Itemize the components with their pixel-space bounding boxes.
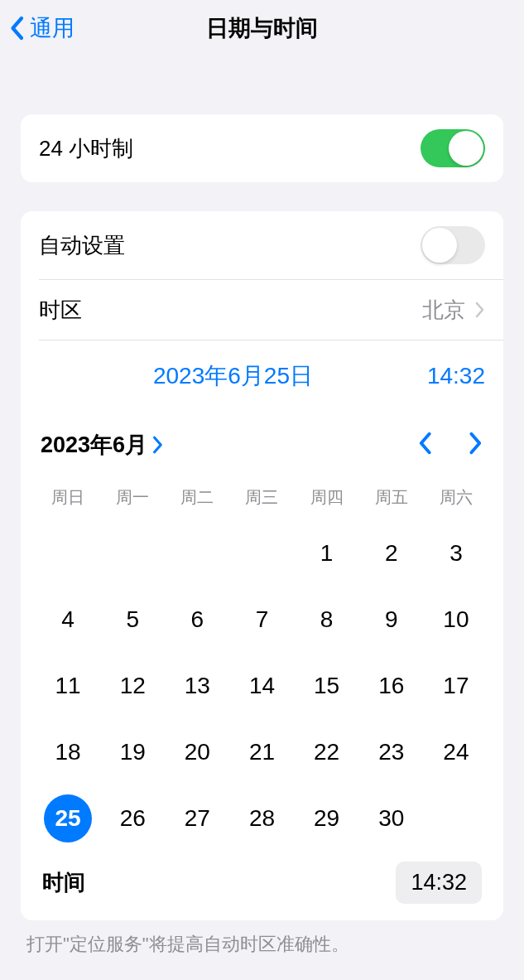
calendar-day-empty <box>165 520 229 587</box>
calendar-day[interactable]: 7 <box>229 587 294 653</box>
calendar-day[interactable]: 25 <box>36 785 100 852</box>
calendar-day[interactable]: 8 <box>295 587 359 653</box>
calendar-day[interactable]: 4 <box>36 587 100 653</box>
chevron-right-icon <box>152 436 164 454</box>
calendar-day[interactable]: 12 <box>100 653 165 719</box>
calendar-day[interactable]: 3 <box>424 520 488 587</box>
auto-set-toggle[interactable] <box>421 226 485 264</box>
calendar-day[interactable]: 13 <box>165 653 229 719</box>
weekday-header: 周三 <box>229 481 294 514</box>
time-label: 时间 <box>42 868 85 897</box>
calendar-day[interactable]: 19 <box>100 719 165 785</box>
calendar-day[interactable]: 5 <box>100 587 165 653</box>
time-picker[interactable]: 14:32 <box>396 862 482 904</box>
weekday-header: 周日 <box>36 481 100 514</box>
calendar-day[interactable]: 24 <box>424 719 488 785</box>
time-format-label: 24 小时制 <box>39 134 133 163</box>
calendar-day[interactable]: 6 <box>165 587 229 653</box>
calendar-day[interactable]: 21 <box>229 719 294 785</box>
weekday-header: 周二 <box>165 481 229 514</box>
calendar-day[interactable]: 28 <box>229 785 294 852</box>
calendar-day[interactable]: 26 <box>100 785 165 852</box>
calendar-day[interactable]: 27 <box>165 785 229 852</box>
back-label: 通用 <box>30 13 75 43</box>
auto-set-label: 自动设置 <box>39 231 125 260</box>
timezone-label: 时区 <box>39 296 82 325</box>
calendar-day[interactable]: 17 <box>424 653 488 719</box>
month-label: 2023年6月 <box>41 430 147 460</box>
selected-time-display[interactable]: 14:32 <box>427 363 485 389</box>
chevron-right-icon <box>469 432 483 455</box>
calendar-day[interactable]: 2 <box>359 520 424 587</box>
datetime-display-row: 2023年6月25日 14:32 <box>21 340 503 407</box>
calendar-day-empty <box>229 520 294 587</box>
next-month-button[interactable] <box>469 432 483 458</box>
calendar-day[interactable]: 23 <box>359 719 424 785</box>
calendar-day[interactable]: 30 <box>359 785 424 852</box>
calendar-day[interactable]: 10 <box>424 587 488 653</box>
calendar-day[interactable]: 16 <box>359 653 424 719</box>
chevron-left-icon <box>417 432 432 455</box>
chevron-right-icon <box>475 302 485 318</box>
calendar-day-empty <box>36 520 100 587</box>
weekday-header: 周一 <box>100 481 165 514</box>
calendar-day[interactable]: 9 <box>359 587 424 653</box>
timezone-row[interactable]: 时区 北京 <box>21 280 503 340</box>
auto-set-row: 自动设置 <box>21 211 503 279</box>
footer-note: 打开"定位服务"将提高自动时区准确性。 <box>26 932 498 957</box>
chevron-left-icon <box>8 16 25 41</box>
calendar-day[interactable]: 29 <box>295 785 359 852</box>
calendar-day[interactable]: 22 <box>295 719 359 785</box>
weekday-header: 周五 <box>359 481 424 514</box>
calendar-day[interactable]: 15 <box>295 653 359 719</box>
page-title: 日期与时间 <box>206 13 318 43</box>
selected-date-display[interactable]: 2023年6月25日 <box>39 360 427 392</box>
calendar-day[interactable]: 1 <box>295 520 359 587</box>
calendar-day[interactable]: 18 <box>36 719 100 785</box>
calendar-day[interactable]: 20 <box>165 719 229 785</box>
prev-month-button[interactable] <box>417 432 432 458</box>
calendar-day-empty <box>100 520 165 587</box>
calendar-day[interactable]: 14 <box>229 653 294 719</box>
time-format-toggle[interactable] <box>421 129 485 167</box>
back-button[interactable]: 通用 <box>8 13 75 43</box>
timezone-value: 北京 <box>422 296 465 325</box>
calendar-day[interactable]: 11 <box>36 653 100 719</box>
weekday-header: 周六 <box>424 481 488 514</box>
time-format-row: 24 小时制 <box>21 114 503 182</box>
month-selector[interactable]: 2023年6月 <box>41 430 164 460</box>
weekday-header: 周四 <box>295 481 359 514</box>
